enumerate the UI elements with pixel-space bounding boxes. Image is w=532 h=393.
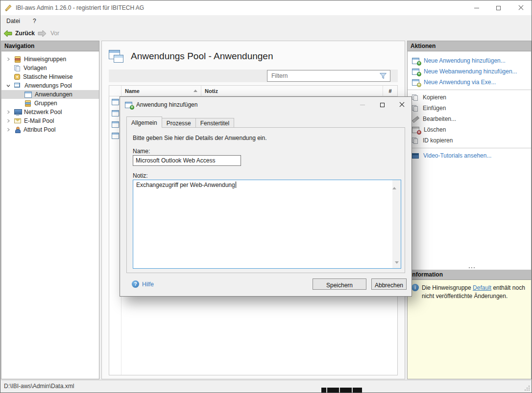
filter-funnel-icon[interactable] — [379, 72, 387, 79]
dialog-intro-text: Bitte geben Sie hier die Details der Anw… — [133, 135, 267, 141]
nav-item-label: Anwendungen — [35, 91, 73, 98]
network-pool-icon — [14, 109, 21, 116]
column-notiz-label: Notiz — [205, 88, 218, 94]
scroll-up-icon[interactable] — [392, 178, 396, 189]
title-bar: IBI-aws Admin 1.26.0 - registriert für I… — [0, 0, 532, 15]
action-copy[interactable]: Kopieren — [408, 92, 531, 103]
actions-separator — [408, 148, 531, 148]
splitter-handle[interactable] — [469, 267, 470, 268]
tab-allgemein[interactable]: Allgemein — [126, 116, 162, 128]
action-copy-id[interactable]: ID kopieren — [408, 135, 531, 146]
chevron-right-icon[interactable] — [5, 110, 12, 114]
chevron-down-icon[interactable] — [5, 84, 12, 88]
default-group-link[interactable]: Default — [473, 284, 491, 291]
column-name[interactable]: Name — [121, 86, 201, 96]
nav-item-attribut-pool[interactable]: Attribut Pool — [1, 125, 99, 134]
action-label: ID kopieren — [423, 137, 453, 144]
nav-item-label: Gruppen — [34, 100, 57, 107]
action-video-tutorials[interactable]: Video-Tutorials ansehen... — [408, 150, 531, 161]
add-application-icon: + — [125, 102, 132, 108]
actions-panel: Aktionen + Neue Anwendung hinzufügen... … — [407, 41, 532, 379]
action-label: Video-Tutorials ansehen... — [423, 152, 491, 159]
menu-help[interactable]: ? — [33, 18, 36, 24]
action-label: Kopieren — [423, 94, 446, 101]
note-text: Exchangezugriff per Web-Anwendung — [136, 182, 235, 188]
column-name-label: Name — [125, 88, 140, 94]
add-application-dialog: + Anwendung hinzufügen Allgemein Prozess… — [120, 96, 412, 297]
column-count[interactable]: # — [383, 86, 397, 96]
video-tutorials-icon — [412, 153, 419, 159]
tab-prozesse[interactable]: Prozesse — [162, 118, 196, 128]
action-label: Bearbeiten... — [423, 116, 456, 122]
nav-item-anwendungen[interactable]: Anwendungen — [1, 90, 99, 99]
page-header: Anwendungs Pool - Anwendungen — [102, 41, 405, 65]
navigation-tree: Hinweisgruppen Vorlagen Statische Hinwei… — [1, 51, 99, 134]
resize-grip[interactable] — [529, 390, 530, 391]
nav-item-label: Hinweisgruppen — [24, 56, 66, 63]
nav-item-hinweisgruppen[interactable]: Hinweisgruppen — [1, 55, 99, 64]
app-window: IBI-aws Admin 1.26.0 - registriert für I… — [0, 0, 532, 393]
nav-item-statische-hinweise[interactable]: Statische Hinweise — [1, 72, 99, 81]
nav-item-anwendungs-pool[interactable]: Anwendungs Pool — [1, 81, 99, 90]
filter-box — [267, 70, 390, 82]
help-link[interactable]: ? Hilfe — [132, 280, 154, 288]
action-label: Einfügen — [423, 105, 446, 112]
nav-item-label: Vorlagen — [24, 65, 47, 71]
column-icon[interactable] — [109, 86, 121, 96]
nav-item-netzwerk-pool[interactable]: Netzwerk Pool — [1, 108, 99, 116]
information-content: i Die Hinweisgruppe Default enthält noch… — [408, 280, 531, 379]
information-message: Die Hinweisgruppe Default enthält noch n… — [422, 284, 527, 379]
nav-item-label: Statische Hinweise — [23, 73, 73, 80]
forward-arrow-icon[interactable] — [38, 30, 47, 37]
column-notiz[interactable]: Notiz — [201, 86, 383, 96]
chevron-right-icon[interactable] — [5, 57, 12, 61]
table-header: Name Notiz # — [109, 85, 398, 96]
cancel-button[interactable]: Abbrechen — [371, 278, 407, 290]
menu-datei[interactable]: Datei — [6, 18, 20, 24]
action-delete[interactable]: × Löschen — [408, 124, 531, 135]
scroll-down-icon[interactable] — [395, 261, 399, 266]
name-input[interactable] — [133, 155, 241, 166]
new-application-icon: + — [412, 58, 419, 64]
close-button[interactable] — [509, 0, 532, 15]
maximize-button[interactable] — [487, 0, 509, 15]
chevron-right-icon[interactable] — [5, 119, 12, 123]
action-new-webapp[interactable]: + Neue Webanwendung hinzufügen... — [408, 66, 531, 77]
forward-button[interactable]: Vor — [50, 30, 59, 37]
chevron-right-icon[interactable] — [5, 128, 12, 132]
action-new-app-via-exe[interactable]: + Neue Anwendung via Exe... — [408, 77, 531, 88]
filter-input[interactable] — [267, 72, 379, 79]
dialog-close-button[interactable] — [392, 97, 411, 113]
menu-bar: Datei ? — [0, 15, 532, 27]
minimize-button[interactable] — [465, 0, 487, 15]
navigation-header: Navigation — [1, 41, 99, 51]
action-label: Neue Webanwendung hinzufügen... — [424, 68, 517, 75]
actions-list: + Neue Anwendung hinzufügen... + Neue We… — [408, 51, 531, 161]
information-header: Information — [408, 270, 531, 280]
nav-item-email-pool[interactable]: E-Mail Pool — [1, 116, 99, 125]
action-label: Löschen — [424, 126, 446, 133]
action-new-application[interactable]: + Neue Anwendung hinzufügen... — [408, 55, 531, 66]
help-label: Hilfe — [142, 281, 154, 288]
action-paste[interactable]: Einfügen — [408, 103, 531, 114]
filter-strip — [109, 69, 398, 82]
note-textarea[interactable]: Exchangezugriff per Web-Anwendung — [133, 180, 401, 269]
action-label: Neue Anwendung via Exe... — [424, 79, 496, 86]
nav-item-gruppen[interactable]: Gruppen — [1, 99, 99, 108]
copy-id-icon — [412, 138, 418, 144]
nav-item-vorlagen[interactable]: Vorlagen — [1, 64, 99, 72]
back-arrow-icon[interactable] — [3, 30, 12, 37]
background-taskbar-fragment — [321, 388, 362, 393]
dialog-maximize-button[interactable] — [372, 97, 392, 113]
back-button[interactable]: Zurück — [15, 30, 35, 37]
tab-fenstertitel[interactable]: Fenstertitel — [196, 118, 234, 128]
status-bar: D:\IBI-aws\Admin\Data.xml — [1, 380, 531, 392]
action-label: Neue Anwendung hinzufügen... — [424, 57, 506, 64]
save-button[interactable]: Speichern — [313, 278, 366, 290]
textarea-scrollbar[interactable] — [392, 180, 401, 268]
page-title: Anwendungs Pool - Anwendungen — [131, 51, 273, 62]
action-edit[interactable]: Bearbeiten... — [408, 114, 531, 124]
application-icon — [24, 92, 32, 98]
help-icon: ? — [132, 280, 139, 288]
app-pool-icon — [14, 83, 22, 89]
